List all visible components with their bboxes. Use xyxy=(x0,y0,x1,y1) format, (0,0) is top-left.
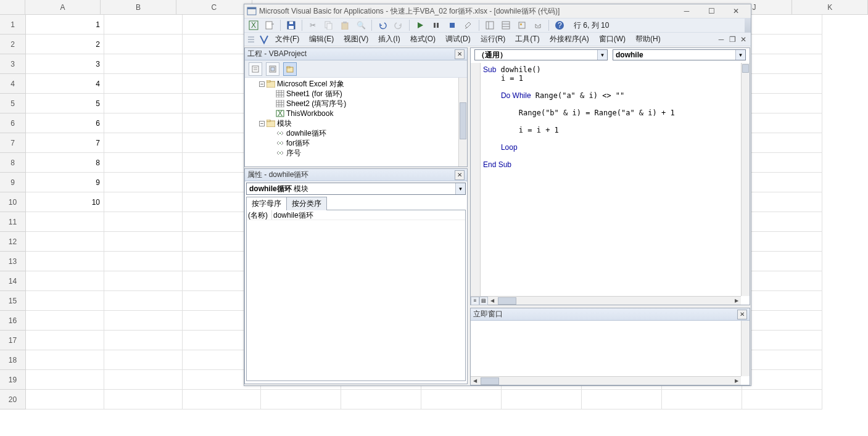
row-header[interactable]: 19 xyxy=(0,370,26,390)
cell[interactable]: 8 xyxy=(26,153,104,173)
cell[interactable]: 7 xyxy=(26,133,104,153)
cell[interactable] xyxy=(742,212,822,232)
project-tree[interactable]: −Microsoft Excel 对象 Sheet1 (for 循环) Shee… xyxy=(245,78,458,167)
select-all-corner[interactable] xyxy=(0,0,25,14)
cell[interactable] xyxy=(104,133,183,153)
row-header[interactable]: 16 xyxy=(0,311,26,331)
menu-file[interactable]: 文件(F) xyxy=(271,33,303,46)
cell[interactable] xyxy=(104,35,183,54)
cell[interactable] xyxy=(742,350,822,370)
cell[interactable] xyxy=(104,370,183,390)
save-icon[interactable] xyxy=(286,20,297,31)
cell[interactable] xyxy=(341,390,421,409)
scroll-right-icon[interactable]: ▶ xyxy=(732,377,741,385)
cell[interactable] xyxy=(742,113,822,133)
run-icon[interactable] xyxy=(415,20,426,31)
cell[interactable] xyxy=(261,390,341,409)
cut-icon[interactable]: ✂ xyxy=(307,20,318,31)
cell[interactable] xyxy=(104,153,183,173)
cell[interactable] xyxy=(104,390,183,409)
cell[interactable] xyxy=(26,232,104,252)
menu-window[interactable]: 窗口(W) xyxy=(595,33,629,46)
cell[interactable]: 6 xyxy=(26,113,104,133)
mdi-minimize-button[interactable]: ─ xyxy=(716,35,726,44)
cell[interactable] xyxy=(742,153,822,173)
collapse-icon[interactable]: − xyxy=(259,81,265,87)
col-header[interactable]: K xyxy=(792,0,868,14)
cell[interactable] xyxy=(742,232,822,252)
scroll-right-icon[interactable]: ▶ xyxy=(732,297,741,305)
row-header[interactable]: 12 xyxy=(0,232,26,252)
help-icon[interactable]: ? xyxy=(554,20,565,31)
row-header[interactable]: 10 xyxy=(0,192,26,212)
tree-node-label[interactable]: for循环 xyxy=(286,138,310,148)
view-excel-icon[interactable]: X xyxy=(248,20,259,31)
cell[interactable] xyxy=(26,212,104,232)
cell[interactable]: 2 xyxy=(26,35,104,54)
menu-help[interactable]: 帮助(H) xyxy=(632,33,664,46)
project-pane-close-button[interactable]: ✕ xyxy=(455,49,465,59)
menu-addins[interactable]: 外接程序(A) xyxy=(546,33,593,46)
cell[interactable] xyxy=(104,311,183,331)
cell[interactable] xyxy=(104,331,183,350)
tree-node-label[interactable]: 序号 xyxy=(286,148,301,158)
properties-window-icon[interactable] xyxy=(500,20,511,31)
cell[interactable] xyxy=(104,54,183,74)
view-code-button[interactable] xyxy=(249,62,262,76)
toolbox-icon[interactable] xyxy=(532,20,544,31)
cell[interactable] xyxy=(104,232,183,252)
minimize-button[interactable]: ─ xyxy=(674,5,699,17)
row-header[interactable]: 7 xyxy=(0,133,26,153)
row-header[interactable]: 15 xyxy=(0,291,26,311)
cell[interactable] xyxy=(26,331,104,350)
cell[interactable]: 4 xyxy=(26,74,104,94)
row-header[interactable]: 13 xyxy=(0,252,26,271)
cell[interactable] xyxy=(742,291,822,311)
cell[interactable] xyxy=(104,74,183,94)
collapse-icon[interactable]: − xyxy=(259,121,265,126)
cell[interactable] xyxy=(104,252,183,271)
menubar-grip[interactable] xyxy=(248,35,254,44)
cell[interactable] xyxy=(742,173,822,192)
menu-view[interactable]: 视图(V) xyxy=(340,33,372,46)
cell[interactable] xyxy=(104,212,183,232)
row-header[interactable]: 6 xyxy=(0,113,26,133)
menu-run[interactable]: 运行(R) xyxy=(477,33,510,46)
row-header[interactable]: 2 xyxy=(0,35,26,54)
cell[interactable] xyxy=(502,390,582,409)
cell[interactable]: 10 xyxy=(26,192,104,212)
reset-icon[interactable] xyxy=(447,20,458,31)
cell[interactable] xyxy=(742,192,822,212)
col-header[interactable]: C xyxy=(176,0,252,14)
cell[interactable] xyxy=(104,192,183,212)
cell[interactable] xyxy=(742,94,822,113)
menu-format[interactable]: 格式(O) xyxy=(407,33,439,46)
design-mode-icon[interactable] xyxy=(463,20,474,31)
tab-categorized[interactable]: 按分类序 xyxy=(286,197,327,210)
row-header[interactable]: 11 xyxy=(0,212,26,232)
cell[interactable] xyxy=(26,271,104,291)
tab-alphabetic[interactable]: 按字母序 xyxy=(246,197,287,210)
cell[interactable] xyxy=(742,54,822,74)
redo-icon[interactable] xyxy=(393,20,404,31)
cell[interactable] xyxy=(421,390,502,409)
cell[interactable] xyxy=(742,252,822,271)
cell[interactable] xyxy=(26,390,104,409)
cell[interactable] xyxy=(26,291,104,311)
property-value[interactable]: dowhile循环 xyxy=(271,210,465,220)
row-header[interactable]: 8 xyxy=(0,153,26,173)
row-header[interactable]: 18 xyxy=(0,350,26,370)
project-pane-title[interactable]: 工程 - VBAProject ✕ xyxy=(245,48,467,60)
row-header[interactable]: 3 xyxy=(0,54,26,74)
code-vertical-scrollbar[interactable] xyxy=(741,63,750,296)
cell[interactable] xyxy=(742,15,822,35)
tree-node-label[interactable]: Sheet2 (填写序号) xyxy=(286,99,346,109)
object-select[interactable]: （通用）▼ xyxy=(474,49,608,60)
col-header[interactable]: B xyxy=(101,0,176,14)
row-header[interactable]: 1 xyxy=(0,15,26,35)
row-header[interactable]: 5 xyxy=(0,94,26,113)
immediate-pane-title[interactable]: 立即窗口 ✕ xyxy=(471,308,750,321)
full-module-view-button[interactable]: ▤ xyxy=(479,297,488,305)
menu-insert[interactable]: 插入(I) xyxy=(374,33,403,46)
paste-icon[interactable] xyxy=(339,20,350,31)
